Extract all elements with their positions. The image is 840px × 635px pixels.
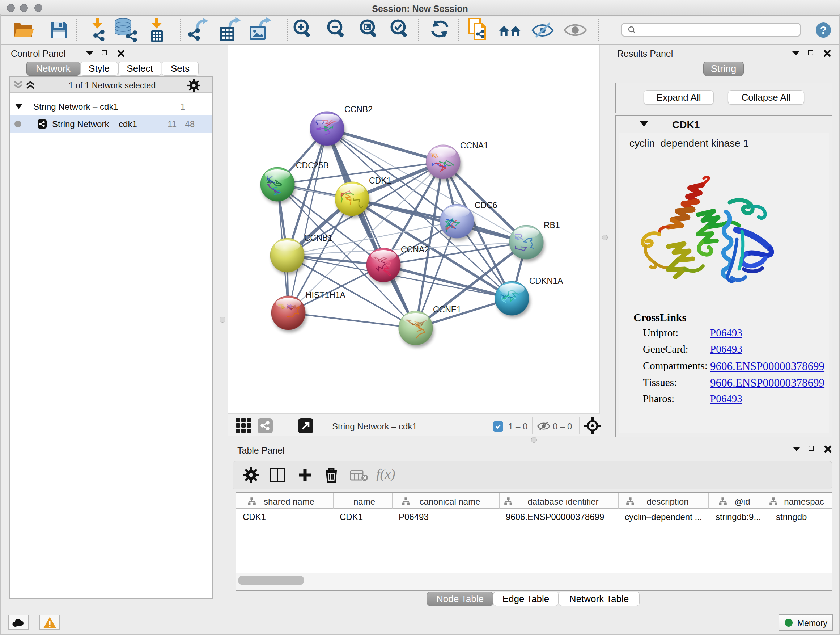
svg-text:CCNA2: CCNA2 xyxy=(401,245,429,254)
svg-text:CDK1: CDK1 xyxy=(369,176,391,185)
svg-text:CCNA1: CCNA1 xyxy=(460,141,488,150)
svg-text:RB1: RB1 xyxy=(544,220,560,230)
svg-text:CDC6: CDC6 xyxy=(475,201,497,210)
svg-text:CDC25B: CDC25B xyxy=(296,161,329,170)
svg-text:CCNB2: CCNB2 xyxy=(344,105,373,114)
svg-text:CDKN1A: CDKN1A xyxy=(529,276,563,286)
svg-text:HIST1H1A: HIST1H1A xyxy=(306,290,346,300)
svg-text:CCNB1: CCNB1 xyxy=(304,233,332,242)
svg-text:CCNE1: CCNE1 xyxy=(433,305,461,314)
